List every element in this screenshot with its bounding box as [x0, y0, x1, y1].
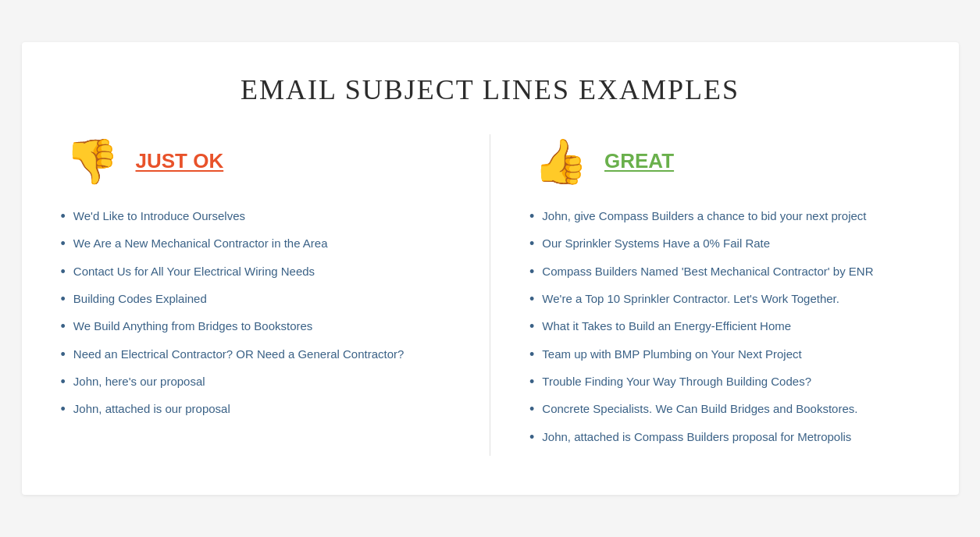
list-item: Compass Builders Named 'Best Mechanical … — [529, 263, 920, 281]
list-item: Trouble Finding Your Way Through Buildin… — [529, 373, 920, 391]
list-item: John, attached is Compass Builders propo… — [529, 429, 920, 446]
left-column-header: 👎 JUST OK — [61, 134, 451, 189]
page-title: EMAIL SUBJECT LINES EXAMPLES — [61, 73, 920, 106]
right-column-header: 👍 GREAT — [529, 134, 920, 189]
list-item: We're a Top 10 Sprinkler Contractor. Let… — [529, 290, 920, 308]
list-item: John, attached is our proposal — [61, 400, 451, 418]
list-item: We'd Like to Introduce Ourselves — [61, 208, 451, 226]
list-item: Team up with BMP Plumbing on Your Next P… — [529, 346, 920, 364]
right-column: 👍 GREAT John, give Compass Builders a ch… — [529, 134, 920, 457]
thumbs-bad-icon-container: 👎 — [61, 134, 123, 189]
list-item: We Are a New Mechanical Contractor in th… — [61, 235, 451, 253]
main-card: EMAIL SUBJECT LINES EXAMPLES 👎 JUST OK W… — [22, 42, 959, 496]
column-divider — [490, 134, 490, 457]
right-items-list: John, give Compass Builders a chance to … — [529, 208, 920, 447]
left-column: 👎 JUST OK We'd Like to Introduce Ourselv… — [61, 134, 451, 457]
list-item: Need an Electrical Contractor? OR Need a… — [61, 346, 451, 364]
list-item: We Build Anything from Bridges to Bookst… — [61, 318, 451, 336]
list-item: John, give Compass Builders a chance to … — [529, 208, 920, 226]
left-items-list: We'd Like to Introduce Ourselves We Are … — [61, 208, 451, 419]
left-column-label: JUST OK — [136, 149, 224, 173]
list-item: Building Codes Explained — [61, 290, 451, 308]
thumbs-up-icon: 👍 — [533, 136, 588, 187]
right-column-label: GREAT — [604, 149, 674, 173]
thumbs-good-icon-container: 👍 — [529, 134, 592, 189]
list-item: Our Sprinkler Systems Have a 0% Fail Rat… — [529, 235, 920, 253]
list-item: Contact Us for All Your Electrical Wirin… — [61, 263, 451, 281]
columns-container: 👎 JUST OK We'd Like to Introduce Ourselv… — [61, 134, 920, 457]
thumbs-down-icon: 👎 — [65, 136, 119, 187]
list-item: What it Takes to Build an Energy-Efficie… — [529, 318, 920, 336]
list-item: John, here's our proposal — [61, 373, 451, 391]
list-item: Concrete Specialists. We Can Build Bridg… — [529, 400, 920, 418]
